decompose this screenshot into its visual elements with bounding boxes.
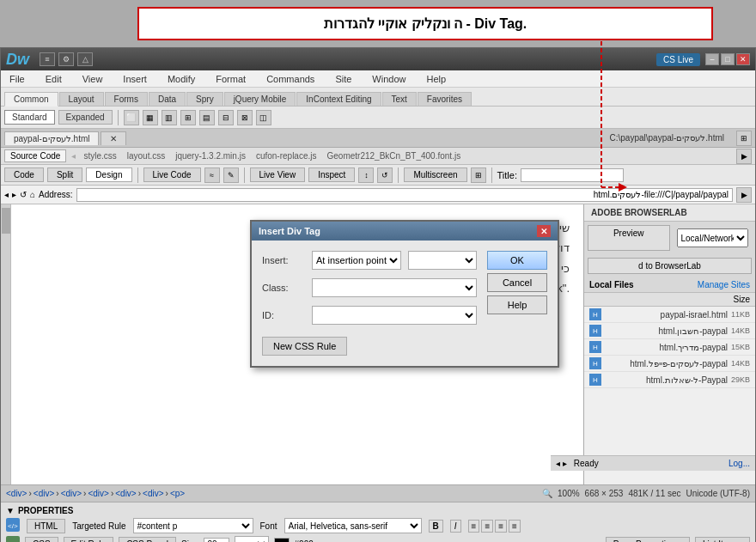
modal-title-bar: Insert Div Tag ✕ bbox=[252, 222, 558, 241]
modal-title-text: Insert Div Tag bbox=[259, 226, 320, 236]
id-row: ID: bbox=[262, 306, 477, 325]
new-css-rule-button[interactable]: New CSS Rule bbox=[262, 337, 347, 356]
insert-div-dialog: Insert Div Tag ✕ Insert: At insertion po… bbox=[250, 220, 559, 368]
modal-form: Insert: At insertion point Class: ID: bbox=[262, 251, 477, 356]
arrow-indicator bbox=[576, 41, 627, 222]
insert-select-2[interactable] bbox=[408, 251, 477, 270]
modal-body: Insert: At insertion point Class: ID: bbox=[252, 241, 558, 366]
svg-marker-2 bbox=[619, 183, 627, 192]
modal-close-button[interactable]: ✕ bbox=[537, 225, 551, 237]
id-label: ID: bbox=[262, 310, 305, 320]
help-button[interactable]: Help bbox=[487, 295, 547, 314]
annotation-text: .Div Tag - ה ונקליק אוקיי להגדרות bbox=[324, 16, 527, 31]
class-select[interactable] bbox=[312, 278, 477, 297]
ok-button[interactable]: OK bbox=[487, 251, 547, 270]
class-row: Class: bbox=[262, 278, 477, 297]
annotation-banner: .Div Tag - ה ונקליק אוקיי להגדרות bbox=[137, 7, 713, 40]
class-label: Class: bbox=[262, 283, 305, 293]
modal-overlay: Insert Div Tag ✕ Insert: At insertion po… bbox=[1, 48, 755, 541]
insert-label: Insert: bbox=[262, 255, 305, 265]
modal-buttons: OK Cancel Help bbox=[487, 251, 547, 356]
dw-window: Dw ≡ ⚙ △ CS Live – □ ✕ File Edit View In… bbox=[0, 47, 756, 542]
id-select[interactable] bbox=[312, 306, 477, 325]
insert-select[interactable]: At insertion point bbox=[312, 251, 401, 270]
insert-row: Insert: At insertion point bbox=[262, 251, 477, 270]
cancel-button[interactable]: Cancel bbox=[487, 273, 547, 292]
